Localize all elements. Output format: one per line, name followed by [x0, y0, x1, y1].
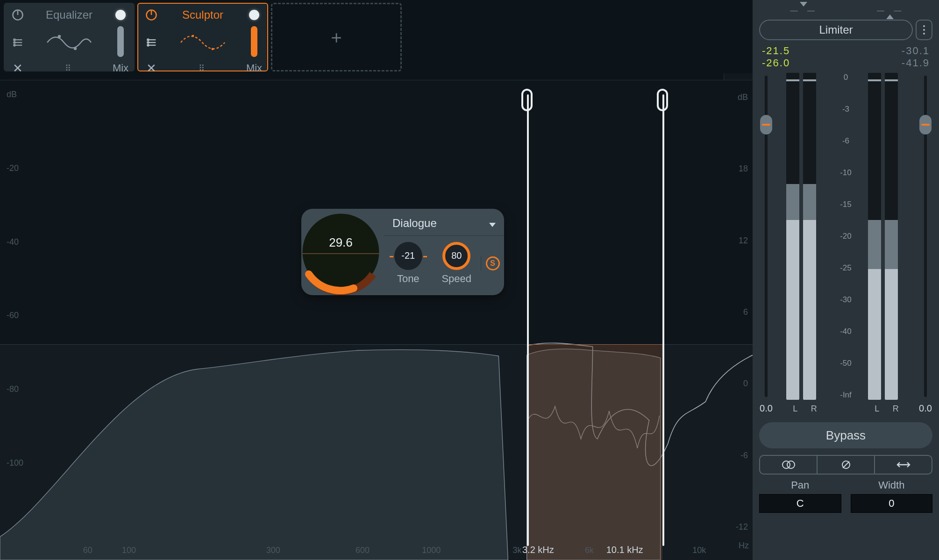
band-handle-high[interactable] — [657, 89, 668, 111]
band-cursor-low[interactable] — [527, 94, 529, 546]
svg-point-16 — [147, 42, 149, 43]
slider-value: 0.0 — [760, 403, 773, 414]
preset-label: Dialogue — [392, 217, 437, 230]
db-unit: dB — [725, 92, 748, 102]
tone-knob[interactable]: -21 — [394, 242, 422, 270]
solo-button[interactable]: S — [486, 256, 500, 270]
svg-point-17 — [147, 44, 149, 46]
channel-mode-buttons — [759, 455, 932, 475]
svg-line-25 — [843, 461, 849, 468]
module-title: Equalizer — [31, 4, 107, 26]
gain-readout: 29.6 — [298, 209, 384, 250]
input-meter: LR — [786, 73, 824, 400]
module-led[interactable] — [241, 4, 267, 26]
presets-icon[interactable] — [138, 26, 164, 59]
pan-label: Pan — [791, 479, 809, 491]
band-cursor-high[interactable] — [662, 94, 664, 546]
db-unit: dB — [7, 90, 35, 99]
output-meter: LR — [868, 73, 905, 400]
module-curve-icon — [31, 26, 107, 59]
db-scale-left: dB -20 -40 -60 -80 -100 — [7, 90, 35, 532]
svg-point-18 — [192, 35, 194, 37]
sidebar-collapse-arrows[interactable]: — — — — — [759, 5, 932, 17]
meter-area: 0.0 0.0 LR — [759, 73, 932, 418]
phase-invert-icon[interactable] — [817, 456, 874, 474]
out-rms: -41.9 — [902, 57, 930, 69]
chevron-down-icon — [489, 217, 496, 230]
speed-knob[interactable]: 80 — [442, 242, 470, 270]
gain-ring[interactable]: 29.6 — [298, 209, 384, 295]
meter-bar-r — [803, 73, 816, 400]
stereo-link-icon[interactable] — [760, 456, 817, 474]
level-readouts: -21.5 -26.0 -30.1 -41.9 — [759, 45, 932, 69]
preset-select[interactable]: Dialogue — [384, 211, 504, 236]
svg-point-9 — [74, 48, 76, 50]
width-label: Width — [878, 479, 904, 491]
svg-point-6 — [14, 42, 15, 43]
meter-bar-r — [885, 73, 898, 400]
module-curve-icon — [164, 26, 241, 59]
db-scale-right: dB 18 12 6 0 -6 -12 — [725, 92, 748, 532]
swap-channels-icon[interactable] — [874, 456, 932, 474]
mix-slider[interactable] — [107, 26, 134, 59]
limiter-header-button[interactable]: Limiter — [759, 20, 913, 40]
module-title: Sculptor — [164, 4, 241, 26]
in-rms: -26.0 — [762, 57, 790, 69]
tone-label: Tone — [397, 273, 420, 285]
pan-value[interactable]: C — [759, 494, 841, 513]
module-strip: Equalizer ✕ ⠿ Mix Sculptor ✕ ⠿ Mix — [0, 0, 753, 73]
spectrum-canvas[interactable]: 3.2 kHz 10.1 kHz dB -20 -40 -60 -80 -100… — [0, 80, 753, 560]
input-threshold-slider[interactable]: 0.0 — [762, 73, 770, 400]
svg-point-7 — [14, 44, 15, 46]
module-led[interactable] — [107, 4, 134, 26]
bypass-button[interactable]: Bypass — [759, 422, 932, 448]
meter-db-ladder: 0 -3 -6 -10 -15 -20 -25 -30 -40 -50 -Inf — [833, 73, 859, 400]
meter-bar-l — [868, 73, 881, 400]
output-ceiling-slider[interactable]: 0.0 — [921, 73, 930, 400]
hz-scale: 60 100 300 600 1000 3k 6k 10k Hz — [33, 544, 720, 555]
mix-slider[interactable] — [241, 26, 267, 59]
power-icon[interactable] — [138, 4, 164, 26]
spectrum-trace — [0, 80, 753, 560]
speed-label: Speed — [441, 273, 471, 285]
sidebar: — — — — Limiter -21.5 -26.0 -30.1 -41.9 … — [753, 0, 939, 560]
slider-value: 0.0 — [919, 403, 932, 414]
in-peak: -21.5 — [762, 45, 790, 57]
add-module-button[interactable]: ＋ — [271, 3, 402, 71]
svg-point-19 — [212, 48, 214, 50]
power-icon[interactable] — [5, 4, 31, 26]
hz-unit: Hz — [739, 541, 749, 551]
module-card-equalizer[interactable]: Equalizer ✕ ⠿ Mix — [4, 3, 135, 71]
kebab-menu-icon[interactable] — [916, 20, 932, 40]
width-value[interactable]: 0 — [851, 494, 933, 513]
band-handle-low[interactable] — [521, 89, 533, 111]
out-peak: -30.1 — [902, 45, 930, 57]
spectrum-area[interactable]: 3.2 kHz 10.1 kHz dB -20 -40 -60 -80 -100… — [0, 73, 753, 560]
sculptor-popup[interactable]: 29.6 Dialogue -21 Tone 80 — [301, 209, 504, 295]
presets-icon[interactable] — [5, 26, 31, 59]
svg-point-8 — [58, 35, 60, 37]
module-card-sculptor[interactable]: Sculptor ✕ ⠿ Mix — [137, 3, 268, 71]
svg-point-15 — [147, 39, 149, 41]
svg-point-5 — [14, 39, 15, 41]
svg-point-23 — [787, 461, 795, 468]
meter-bar-l — [786, 73, 799, 400]
